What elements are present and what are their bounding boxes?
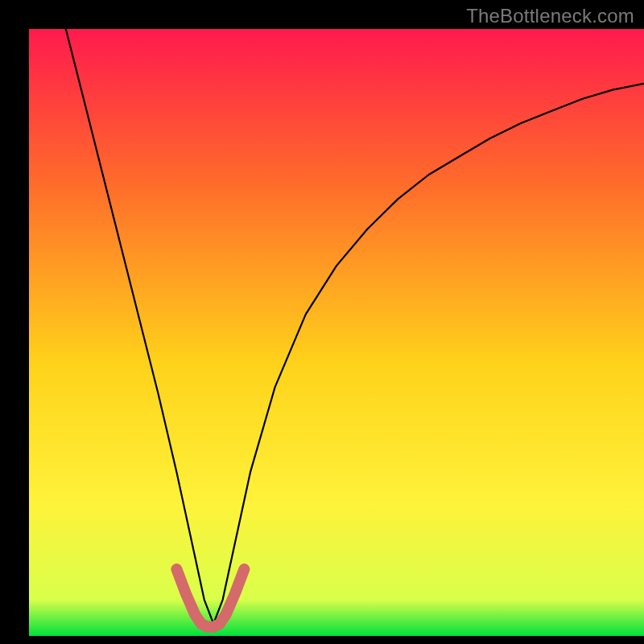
plot-background [29,29,644,636]
watermark-label: TheBottleneck.com [466,5,634,27]
bottleneck-chart [0,0,644,644]
chart-container: TheBottleneck.com [0,0,644,644]
